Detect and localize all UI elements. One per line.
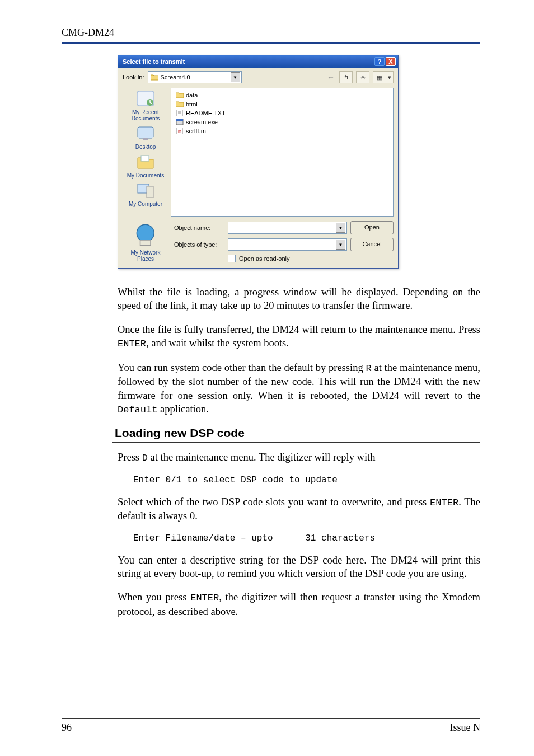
file-item[interactable]: html (176, 100, 388, 109)
titlebar-help-button[interactable]: ? (374, 57, 385, 66)
chevron-down-icon[interactable]: ▼ (336, 240, 345, 250)
lookin-label: Look in: (123, 74, 144, 81)
objectname-combo[interactable]: ▼ (228, 222, 347, 234)
header-rule (62, 42, 480, 44)
folder-icon (176, 92, 184, 98)
code-line: Enter 0/1 to select DSP code to update (133, 475, 480, 485)
place-desktop[interactable]: Desktop (135, 125, 156, 150)
paragraph: When you press ENTER, the digitizer will… (118, 590, 480, 618)
section-rule (112, 442, 480, 443)
code-line: Enter Filename/date – upto 31 characters (133, 533, 480, 543)
views-button[interactable]: ▦ (373, 71, 386, 83)
cancel-button[interactable]: Cancel (350, 238, 394, 251)
titlebar-close-button[interactable]: X (386, 57, 396, 66)
svg-text:m: m (178, 129, 181, 133)
file-item[interactable]: m scrfft.m (176, 126, 388, 135)
page-header-title: CMG-DM24 (62, 27, 480, 39)
svg-rect-11 (176, 119, 183, 121)
paragraph: You can enter a descriptive string for t… (118, 553, 480, 581)
svg-rect-15 (140, 240, 151, 245)
back-button[interactable]: ← (326, 72, 336, 83)
issue-label: Issue N (450, 722, 481, 734)
file-item[interactable]: scream.exe (176, 118, 388, 126)
dialog-screenshot: Select file to transmit ? X Look in: Scr… (118, 55, 480, 269)
objecttype-combo[interactable]: ▼ (228, 238, 347, 251)
paragraph: Whilst the file is loading, a progress w… (118, 285, 480, 313)
footer-rule (62, 718, 480, 719)
page-number: 96 (62, 722, 72, 734)
paragraph: You can run system code other than the d… (118, 361, 480, 417)
svg-point-14 (137, 224, 154, 242)
section-heading: Loading new DSP code (115, 426, 480, 440)
svg-rect-4 (141, 156, 149, 161)
new-folder-button[interactable]: ✳ (356, 71, 369, 83)
desktop-icon (135, 125, 156, 143)
paragraph: Press D at the maintenance menu. The dig… (118, 450, 480, 464)
exe-file-icon (176, 119, 184, 125)
readonly-checkbox[interactable] (228, 255, 236, 262)
readonly-label: Open as read-only (239, 255, 290, 262)
folder-icon (176, 101, 184, 107)
network-icon (130, 221, 161, 248)
place-mycomputer[interactable]: My Computer (129, 182, 162, 207)
file-list[interactable]: data html README.TXT scream.exe (171, 88, 394, 217)
places-bar: My Recent Documents Desktop My Documents… (120, 88, 171, 217)
computer-icon (135, 182, 156, 200)
svg-rect-3 (143, 138, 148, 140)
documents-icon (135, 153, 156, 171)
file-item[interactable]: data (176, 91, 388, 100)
objectname-label: Object name: (174, 224, 224, 231)
chevron-down-icon[interactable]: ▼ (231, 72, 240, 82)
svg-rect-2 (138, 127, 153, 138)
text-file-icon (176, 110, 184, 116)
paragraph: Select which of the two DSP code slots y… (118, 495, 480, 523)
folder-icon (151, 74, 158, 81)
objecttype-label: Objects of type: (174, 241, 224, 248)
dialog-title: Select file to transmit (123, 58, 185, 65)
views-chevron-down-icon[interactable]: ▾ (386, 71, 394, 83)
lookin-combo[interactable]: Scream4.0 ▼ (148, 71, 242, 83)
file-item[interactable]: README.TXT (176, 109, 388, 118)
up-one-level-button[interactable]: ↰ (339, 71, 353, 83)
place-mydocs[interactable]: My Documents (127, 153, 165, 179)
lookin-row: Look in: Scream4.0 ▼ ← ↰ ✳ ▦ (118, 68, 398, 86)
open-file-dialog: Select file to transmit ? X Look in: Scr… (118, 55, 399, 269)
dialog-titlebar: Select file to transmit ? X (118, 55, 398, 68)
open-button[interactable]: Open (350, 221, 394, 234)
lookin-value: Scream4.0 (161, 74, 190, 81)
place-recent[interactable]: My Recent Documents (132, 90, 160, 121)
chevron-down-icon[interactable]: ▼ (336, 223, 345, 233)
page-footer: 96 Issue N (62, 718, 480, 734)
m-file-icon: m (176, 128, 184, 134)
place-network[interactable]: My Network Places (130, 221, 161, 262)
recent-docs-icon (135, 90, 156, 108)
svg-rect-6 (147, 186, 153, 198)
paragraph: Once the file is fully transferred, the … (118, 323, 480, 351)
